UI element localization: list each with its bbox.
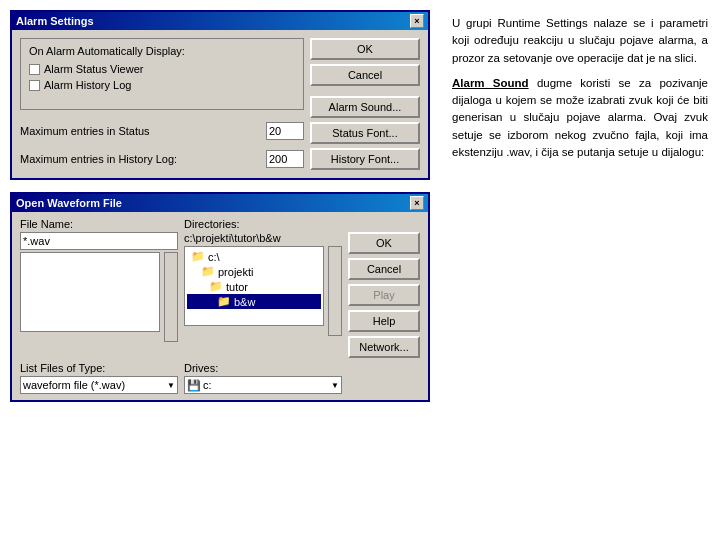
dir-path: c:\projekti\tutor\b&w [184, 232, 342, 244]
max-status-input[interactable] [266, 122, 304, 140]
alarm-section-title: On Alarm Automatically Display: [29, 45, 295, 57]
waveform-cancel-button[interactable]: Cancel [348, 258, 420, 280]
dir-bw-label: b&w [234, 296, 255, 308]
dir-tutor-label: tutor [226, 281, 248, 293]
file-name-input[interactable] [20, 232, 178, 250]
folder-bw-icon: 📁 [217, 295, 231, 308]
open-waveform-dialog: Open Waveform File × File Name: Director… [10, 192, 430, 402]
dir-item-c[interactable]: 📁 c:\ [187, 249, 321, 264]
right-description-panel: U grupi Runtime Settings nalaze se i par… [440, 0, 720, 540]
directories-list[interactable]: 📁 c:\ 📁 projekti 📁 tutor [184, 246, 324, 326]
drives-select[interactable]: 💾 c: ▼ [184, 376, 342, 394]
alarm-history-log-checkbox-item[interactable]: Alarm History Log [29, 79, 295, 91]
file-list-scrollbar[interactable] [164, 252, 178, 342]
drives-label: Drives: [184, 362, 342, 374]
dir-item-projekti[interactable]: 📁 projekti [187, 264, 321, 279]
folder-projekti-icon: 📁 [201, 265, 215, 278]
alarm-settings-title: Alarm Settings [16, 15, 94, 27]
alarm-settings-close-button[interactable]: × [410, 14, 424, 28]
alarm-buttons-section: OK Cancel Alarm Sound... Status Font... … [310, 38, 420, 170]
list-type-label: List Files of Type: [20, 362, 178, 374]
folder-c-icon: 📁 [191, 250, 205, 263]
alarm-status-viewer-label: Alarm Status Viewer [44, 63, 143, 75]
file-name-label: File Name: [20, 218, 178, 230]
waveform-play-button[interactable]: Play [348, 284, 420, 306]
list-type-select[interactable]: waveform file (*.wav) ▼ [20, 376, 178, 394]
alarm-settings-dialog: Alarm Settings × On Alarm Automatically … [10, 10, 430, 180]
alarm-cancel-button[interactable]: Cancel [310, 64, 420, 86]
alarm-options-section: On Alarm Automatically Display: Alarm St… [20, 38, 304, 110]
alarm-settings-titlebar: Alarm Settings × [12, 12, 428, 30]
drive-icon: 💾 [187, 379, 201, 392]
directories-label: Directories: [184, 218, 342, 230]
max-history-label: Maximum entries in History Log: [20, 153, 262, 165]
waveform-network-button[interactable]: Network... [348, 336, 420, 358]
list-type-value: waveform file (*.wav) [23, 379, 125, 391]
dir-projekti-label: projekti [218, 266, 253, 278]
max-status-label: Maximum entries in Status [20, 125, 262, 137]
drives-arrow-icon: ▼ [331, 381, 339, 390]
max-status-row: Maximum entries in Status [20, 122, 304, 140]
alarm-ok-button[interactable]: OK [310, 38, 420, 60]
history-font-button[interactable]: History Font... [310, 148, 420, 170]
max-history-input[interactable] [266, 150, 304, 168]
alarm-sound-button[interactable]: Alarm Sound... [310, 96, 420, 118]
alarm-status-viewer-checkbox[interactable] [29, 64, 40, 75]
waveform-ok-button[interactable]: OK [348, 232, 420, 254]
open-waveform-close-button[interactable]: × [410, 196, 424, 210]
dir-item-tutor[interactable]: 📁 tutor [187, 279, 321, 294]
alarm-sound-bold: Alarm Sound [452, 77, 529, 89]
top-description-text: U grupi Runtime Settings nalaze se i par… [452, 15, 708, 67]
open-waveform-titlebar: Open Waveform File × [12, 194, 428, 212]
bottom-description-text: Alarm Sound dugme koristi se za pozivanj… [452, 75, 708, 161]
list-type-arrow-icon: ▼ [167, 381, 175, 390]
alarm-status-viewer-checkbox-item[interactable]: Alarm Status Viewer [29, 63, 295, 75]
dir-c-label: c:\ [208, 251, 220, 263]
status-font-button[interactable]: Status Font... [310, 122, 420, 144]
drives-value: c: [203, 379, 212, 391]
alarm-history-log-label: Alarm History Log [44, 79, 131, 91]
folder-tutor-icon: 📁 [209, 280, 223, 293]
max-history-row: Maximum entries in History Log: [20, 150, 304, 168]
open-waveform-title: Open Waveform File [16, 197, 122, 209]
dirs-list-scrollbar[interactable] [328, 246, 342, 336]
file-list[interactable] [20, 252, 160, 332]
alarm-history-log-checkbox[interactable] [29, 80, 40, 91]
waveform-help-button[interactable]: Help [348, 310, 420, 332]
dir-item-bw[interactable]: 📁 b&w [187, 294, 321, 309]
